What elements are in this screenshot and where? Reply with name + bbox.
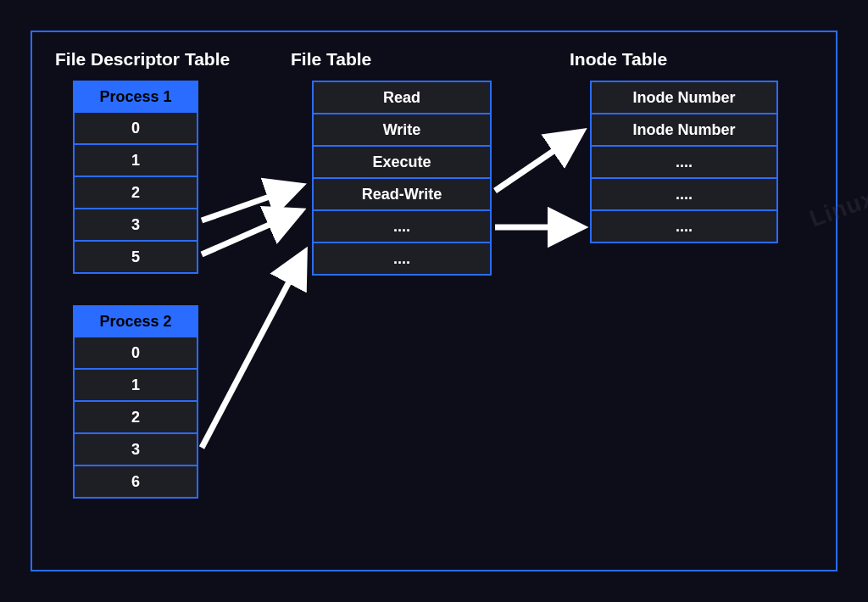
file-table-title: File Table [291, 49, 371, 70]
inode-table-row: .... [592, 177, 776, 209]
process1-table: Process 1 0 1 2 3 5 [73, 81, 198, 274]
process2-header: Process 2 [75, 307, 197, 336]
process2-row: 1 [75, 368, 197, 400]
file-table-row: .... [314, 242, 490, 274]
process1-row: 5 [75, 240, 197, 272]
inode-table-row: .... [592, 209, 776, 242]
process2-row: 0 [75, 336, 197, 368]
process2-row: 2 [75, 400, 197, 432]
process2-row: 3 [75, 432, 197, 465]
inode-table-title: Inode Table [570, 49, 667, 70]
process1-row: 3 [75, 208, 197, 240]
file-table-row: Write [314, 113, 490, 145]
inode-table-row: Inode Number [592, 82, 776, 113]
file-table: Read Write Execute Read-Write .... .... [312, 81, 492, 276]
process2-row: 6 [75, 465, 197, 497]
process2-table: Process 2 0 1 2 3 6 [73, 305, 198, 499]
inode-table: Inode Number Inode Number .... .... .... [590, 81, 778, 243]
process1-row: 2 [75, 176, 197, 208]
process1-row: 1 [75, 143, 197, 176]
file-table-row: Read-Write [314, 177, 490, 209]
file-table-row: .... [314, 209, 490, 242]
fd-table-title: File Descriptor Table [55, 49, 230, 70]
process1-header: Process 1 [75, 82, 197, 111]
inode-table-row: .... [592, 145, 776, 177]
process1-row: 0 [75, 111, 197, 143]
file-table-row: Read [314, 82, 490, 113]
inode-table-row: Inode Number [592, 113, 776, 145]
file-table-row: Execute [314, 145, 490, 177]
